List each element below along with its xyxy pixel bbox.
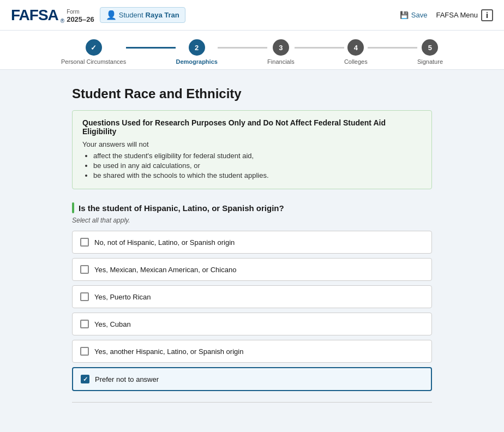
info-bullet-3: be shared with the schools to which the …: [93, 171, 422, 179]
checkbox-option-5[interactable]: Yes, another Hispanic, Latino, or Spanis…: [72, 340, 432, 363]
main-content: Student Race and Ethnicity Questions Use…: [61, 86, 443, 403]
checkbox-3[interactable]: [80, 292, 89, 301]
option-label-1: No, not of Hispanic, Latino, or Spanish …: [94, 238, 235, 247]
fafsa-logo: FAFSA® Form 2025–26: [11, 7, 94, 24]
info-box: Questions Used for Research Purposes Onl…: [72, 110, 432, 189]
checkbox-1[interactable]: [80, 238, 89, 247]
checkbox-5[interactable]: [80, 347, 89, 356]
checkbox-6[interactable]: [81, 375, 89, 383]
question-bar-indicator: [72, 202, 74, 213]
checkbox-option-2[interactable]: Yes, Mexican, Mexican American, or Chica…: [72, 258, 432, 281]
step-label-1: Personal Circumstances: [61, 58, 126, 65]
checkbox-4[interactable]: [80, 320, 89, 328]
step-demographics[interactable]: 2 Demographics: [176, 39, 217, 65]
save-icon: 💾: [400, 11, 409, 19]
header-left: FAFSA® Form 2025–26 👤 Student Raya Tran: [11, 7, 185, 24]
progress-section: ✓ Personal Circumstances 2 Demographics …: [0, 31, 504, 70]
info-bullet-1: affect the student's eligibility for fed…: [93, 152, 422, 160]
option-label-6: Prefer not to answer: [95, 375, 159, 383]
question-label: Is the student of Hispanic, Latino, or S…: [72, 202, 432, 213]
step-personal-circumstances[interactable]: ✓ Personal Circumstances: [61, 39, 126, 65]
info-box-bullets: affect the student's eligibility for fed…: [93, 152, 422, 179]
option-label-4: Yes, Cuban: [94, 320, 131, 328]
menu-icon-button[interactable]: i: [481, 9, 493, 21]
checkbox-option-4[interactable]: Yes, Cuban: [72, 313, 432, 335]
step-circle-5: 5: [422, 39, 438, 56]
progress-bar: ✓ Personal Circumstances 2 Demographics …: [61, 39, 443, 65]
step-financials[interactable]: 3 Financials: [267, 39, 295, 65]
registered-mark: ®: [61, 18, 64, 24]
step-line-4: [368, 47, 417, 49]
checkbox-option-6[interactable]: Prefer not to answer: [72, 367, 432, 391]
question-text: Is the student of Hispanic, Latino, or S…: [79, 203, 284, 213]
form-year-block: Form 2025–26: [67, 9, 94, 24]
info-box-title: Questions Used for Research Purposes Onl…: [82, 118, 422, 136]
step-colleges[interactable]: 4 Colleges: [344, 39, 368, 65]
info-box-intro: Your answers will not: [82, 140, 422, 148]
step-circle-3: 3: [273, 39, 289, 56]
option-label-2: Yes, Mexican, Mexican American, or Chica…: [94, 266, 236, 274]
form-year: 2025–26: [67, 15, 94, 24]
student-label: Student: [119, 11, 143, 19]
step-label-3: Financials: [267, 58, 295, 65]
step-label-2: Demographics: [176, 58, 217, 65]
step-label-5: Signature: [417, 58, 443, 65]
page-title: Student Race and Ethnicity: [72, 86, 432, 101]
student-icon: 👤: [106, 10, 117, 20]
info-bullet-2: be used in any aid calculations, or: [93, 161, 422, 170]
checkbox-option-1[interactable]: No, not of Hispanic, Latino, or Spanish …: [72, 231, 432, 254]
step-line-3: [295, 47, 344, 49]
student-name: Raya Tran: [146, 11, 179, 19]
option-label-5: Yes, another Hispanic, Latino, or Spanis…: [94, 347, 243, 356]
fafsa-menu[interactable]: FAFSA Menu i: [436, 9, 493, 21]
section-divider: [72, 402, 432, 403]
checkbox-2[interactable]: [80, 265, 89, 274]
step-label-4: Colleges: [344, 58, 368, 65]
save-label: Save: [411, 11, 428, 19]
option-label-3: Yes, Puerto Rican: [94, 293, 151, 301]
fafsa-wordmark: FAFSA: [11, 7, 58, 24]
step-line-2: [218, 47, 267, 49]
header: FAFSA® Form 2025–26 👤 Student Raya Tran …: [0, 0, 504, 31]
question-section: Is the student of Hispanic, Latino, or S…: [72, 202, 432, 391]
step-circle-1: ✓: [86, 39, 102, 56]
checkbox-option-3[interactable]: Yes, Puerto Rican: [72, 285, 432, 308]
step-circle-4: 4: [347, 39, 364, 56]
save-button[interactable]: 💾 Save: [400, 11, 428, 19]
step-line-1: [126, 47, 176, 49]
select-all-hint: Select all that apply.: [72, 217, 432, 224]
student-badge: 👤 Student Raya Tran: [100, 7, 185, 23]
header-right: 💾 Save FAFSA Menu i: [400, 9, 493, 21]
fafsa-menu-label: FAFSA Menu: [436, 11, 478, 19]
step-signature[interactable]: 5 Signature: [417, 39, 443, 65]
form-label: Form: [67, 9, 94, 15]
step-circle-2: 2: [189, 39, 205, 56]
